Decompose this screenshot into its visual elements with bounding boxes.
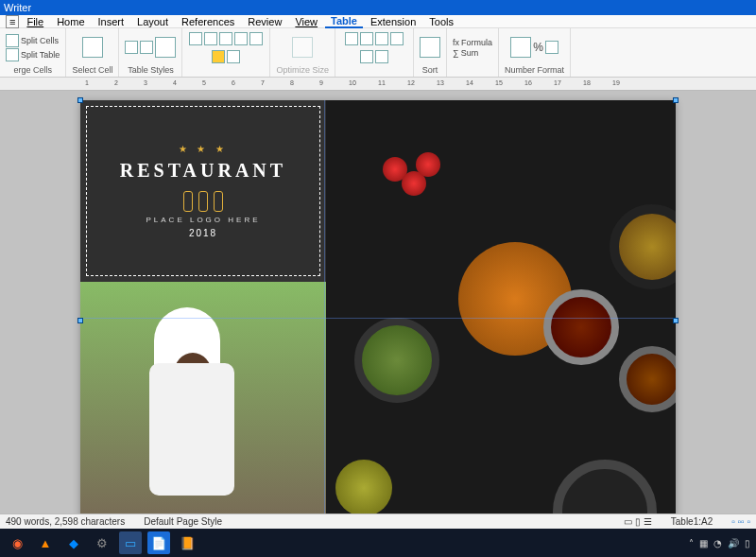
selection-handle[interactable] bbox=[77, 318, 83, 323]
status-bar: 490 words, 2,598 characters Default Page… bbox=[0, 513, 756, 529]
split-cells-button[interactable]: Split Cells bbox=[6, 34, 59, 47]
sum-button[interactable]: ∑ Sum bbox=[453, 48, 478, 58]
border1-icon[interactable] bbox=[189, 32, 202, 45]
merge-cells-label[interactable]: erge Cells bbox=[13, 65, 52, 75]
menu-file[interactable]: File bbox=[21, 16, 49, 27]
menu-home[interactable]: Home bbox=[51, 16, 90, 27]
logo-year: 2018 bbox=[189, 228, 217, 238]
ribbon-optimize-group: Optimize Size bbox=[270, 28, 335, 77]
peas-bowl-image bbox=[354, 318, 439, 403]
align-tl-icon[interactable] bbox=[345, 32, 358, 45]
paste-bowl-image bbox=[335, 460, 392, 513]
calendar-icon[interactable] bbox=[545, 41, 558, 54]
logo-tagline: PLACE LOGO HERE bbox=[146, 216, 260, 224]
split-cells-icon bbox=[6, 34, 19, 47]
menu-tools[interactable]: Tools bbox=[423, 16, 459, 27]
spice-bowl-image bbox=[610, 204, 676, 289]
menu-insert[interactable]: Insert bbox=[93, 16, 130, 27]
menu-references[interactable]: References bbox=[176, 16, 240, 27]
paint-icon[interactable] bbox=[212, 50, 225, 63]
menu-review[interactable]: Review bbox=[242, 16, 287, 27]
stars-icon: ★ ★ ★ bbox=[179, 144, 229, 154]
border6-icon[interactable] bbox=[227, 50, 240, 63]
ribbon-select-group: Select Cell bbox=[66, 28, 119, 77]
network-icon[interactable]: ▦ bbox=[699, 538, 708, 548]
border4-icon[interactable] bbox=[234, 32, 248, 45]
align-bc-icon[interactable] bbox=[360, 50, 373, 63]
sort-icon[interactable] bbox=[420, 37, 440, 58]
split-table-icon bbox=[6, 48, 19, 61]
border5-icon[interactable] bbox=[249, 32, 263, 45]
selection-handle[interactable] bbox=[673, 97, 679, 103]
align-bl-icon[interactable] bbox=[390, 32, 404, 45]
percent-icon[interactable]: % bbox=[533, 41, 543, 54]
optimize-icon[interactable] bbox=[292, 37, 313, 58]
formula-button[interactable]: fx Formula bbox=[453, 38, 492, 47]
status-word-count[interactable]: 490 words, 2,598 characters bbox=[6, 516, 125, 527]
vlc-icon[interactable]: ▲ bbox=[34, 531, 57, 554]
selection-handle[interactable] bbox=[673, 318, 679, 323]
table-cell-right[interactable] bbox=[326, 100, 676, 513]
align-tc-icon[interactable] bbox=[360, 32, 373, 45]
tomato-image bbox=[416, 152, 440, 177]
ribbon-formula-group: fx Formula ∑ Sum bbox=[447, 28, 499, 77]
taskbar: ◉ ▲ ◆ ⚙ ▭ 📄 📙 ˄ ▦ ◔ 🔊 ▯ bbox=[0, 529, 756, 557]
ribbon-merge-group: Split Cells Split Table erge Cells bbox=[0, 28, 66, 77]
logo-heading: RESTAURANT bbox=[120, 160, 286, 182]
firefox-icon[interactable]: ◉ bbox=[6, 531, 28, 554]
selection-handle[interactable] bbox=[77, 97, 83, 103]
style2-icon[interactable] bbox=[140, 41, 153, 54]
align-br-icon[interactable] bbox=[375, 50, 388, 63]
select-cell-icon[interactable] bbox=[82, 37, 103, 58]
utensils-icon bbox=[183, 191, 223, 212]
status-cell-ref: Table1:A2 bbox=[671, 516, 713, 527]
status-book-icons[interactable]: ▫ ▫▫ ▫ bbox=[731, 516, 750, 527]
ribbon-borders-group bbox=[182, 28, 270, 77]
gear-icon[interactable]: ⚙ bbox=[91, 531, 113, 554]
status-page-style[interactable]: Default Page Style bbox=[144, 516, 222, 527]
style3-icon[interactable] bbox=[155, 37, 176, 58]
muffin-tray-image bbox=[553, 460, 657, 513]
app-icon[interactable]: ◆ bbox=[62, 531, 85, 554]
impress-icon[interactable]: 📙 bbox=[176, 531, 198, 554]
page[interactable]: ★ ★ ★ RESTAURANT PLACE LOGO HERE 2018 bbox=[80, 100, 676, 513]
restaurant-logo-frame[interactable]: ★ ★ ★ RESTAURANT PLACE LOGO HERE 2018 bbox=[86, 106, 320, 276]
menu-view[interactable]: View bbox=[289, 16, 323, 27]
document-canvas[interactable]: ★ ★ ★ RESTAURANT PLACE LOGO HERE 2018 bbox=[0, 91, 756, 513]
ribbon-numfmt-group: % Number Format bbox=[499, 28, 571, 77]
beans-bowl-image bbox=[543, 289, 619, 365]
split-table-button[interactable]: Split Table bbox=[6, 48, 60, 61]
tray-up-icon[interactable]: ˄ bbox=[689, 538, 694, 548]
chef-image[interactable] bbox=[80, 282, 326, 513]
ribbon: Split Cells Split Table erge Cells Selec… bbox=[0, 28, 756, 78]
menu-layout[interactable]: Layout bbox=[131, 16, 174, 27]
wifi-icon[interactable]: ◔ bbox=[713, 538, 722, 548]
table-cell-left[interactable]: ★ ★ ★ RESTAURANT PLACE LOGO HERE 2018 bbox=[80, 100, 326, 513]
app-menu-icon[interactable]: ≡ bbox=[6, 15, 19, 28]
border2-icon[interactable] bbox=[204, 32, 217, 45]
align-tr-icon[interactable] bbox=[375, 32, 388, 45]
ribbon-sort-group: Sort bbox=[414, 28, 447, 77]
menu-extension[interactable]: Extension bbox=[365, 16, 421, 27]
status-view-icons[interactable]: ▭ ▯ ☰ bbox=[624, 516, 652, 527]
chickpea-bowl-image bbox=[619, 346, 676, 412]
menu-table[interactable]: Table bbox=[325, 15, 363, 28]
system-tray[interactable]: ˄ ▦ ◔ 🔊 ▯ bbox=[689, 538, 750, 548]
horizontal-ruler[interactable]: 12345678910111213141516171819 bbox=[0, 78, 756, 91]
title-bar: Writer bbox=[0, 0, 756, 15]
clock-area[interactable]: ▯ bbox=[745, 538, 750, 548]
numfmt-icon[interactable] bbox=[510, 37, 531, 58]
style1-icon[interactable] bbox=[125, 41, 138, 54]
border3-icon[interactable] bbox=[219, 32, 232, 45]
ribbon-styles-group: Table Styles bbox=[119, 28, 182, 77]
ribbon-align-group bbox=[335, 28, 414, 77]
desktop-icon[interactable]: ▭ bbox=[119, 531, 142, 554]
menu-bar: ≡ File Home Insert Layout References Rev… bbox=[0, 15, 756, 28]
volume-icon[interactable]: 🔊 bbox=[728, 538, 739, 548]
writer-icon[interactable]: 📄 bbox=[147, 531, 170, 554]
app-title: Writer bbox=[4, 2, 31, 13]
